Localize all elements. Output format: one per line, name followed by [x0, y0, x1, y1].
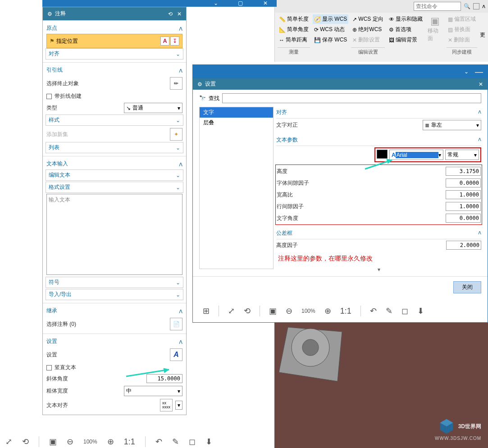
- tolerance-section-head[interactable]: 公差框ʌ: [276, 228, 481, 239]
- style-select[interactable]: 常规 ▾: [445, 150, 479, 160]
- type-select[interactable]: ↘ 普通 ▾: [124, 103, 182, 113]
- text-input-area[interactable]: 输入文本: [46, 194, 182, 275]
- chevron-up-icon[interactable]: ʌ: [482, 3, 485, 9]
- import-export-dropdown[interactable]: 导入/导出 ⌄: [46, 289, 183, 300]
- axis-icon[interactable]: ↧: [170, 37, 179, 46]
- chevron-down-icon[interactable]: ⌄: [464, 69, 469, 75]
- absolute-wcs[interactable]: ⊕绝对WCS: [351, 25, 384, 34]
- align-dropdown-chev[interactable]: ▾: [175, 401, 182, 410]
- justify-select[interactable]: ≣ 靠左 ▾: [423, 120, 481, 130]
- crop-icon[interactable]: ▣: [269, 306, 277, 316]
- download-icon[interactable]: ⬇: [417, 306, 424, 316]
- maximize-icon[interactable]: ▢: [238, 0, 243, 6]
- break-checkbox[interactable]: [46, 94, 52, 99]
- simple-distance[interactable]: ↔简单距离: [278, 35, 310, 45]
- close-icon[interactable]: ✕: [177, 11, 182, 17]
- search-icon[interactable]: 🔍: [464, 3, 470, 9]
- gap-input[interactable]: [446, 178, 481, 187]
- zoom-in-icon[interactable]: ⊕: [107, 437, 114, 447]
- text-a-icon[interactable]: A: [160, 37, 169, 46]
- one-to-one-icon[interactable]: 1:1: [340, 306, 351, 316]
- find-input[interactable]: [222, 93, 481, 103]
- settings-label: 设置: [46, 351, 57, 359]
- expand-icon[interactable]: ⤢: [5, 437, 12, 447]
- preferences[interactable]: ⚙首选项: [388, 25, 424, 34]
- height-factor-input[interactable]: [446, 241, 481, 250]
- wcs-orient[interactable]: ↗WCS 定向: [351, 14, 384, 24]
- expand-icon[interactable]: ⤢: [228, 306, 235, 316]
- specify-position-row[interactable]: ⚑ 指定位置 A ↧: [46, 34, 182, 48]
- pick-icon[interactable]: ✏: [170, 77, 182, 90]
- command-search-input[interactable]: [414, 2, 461, 11]
- align-left-icon: ≣: [425, 122, 429, 128]
- angle-input[interactable]: [446, 214, 481, 223]
- close-icon[interactable]: ✕: [263, 0, 268, 6]
- bold-width-select[interactable]: 中 ▾: [124, 386, 182, 396]
- crop2-icon[interactable]: ◻: [401, 306, 408, 316]
- vertical-text-checkbox[interactable]: [46, 365, 52, 370]
- edit-background[interactable]: 🖼编辑背景: [388, 35, 424, 45]
- format-dropdown[interactable]: 格式设置 ⌄: [46, 182, 183, 193]
- add-set-icon[interactable]: ✦: [170, 128, 182, 141]
- height-input[interactable]: [446, 167, 481, 176]
- close-button[interactable]: 关闭: [453, 281, 481, 293]
- category-tree[interactable]: 文字 层叠: [199, 107, 274, 269]
- zoom-out-icon[interactable]: ⊖: [67, 437, 73, 447]
- layout-icon[interactable]: [473, 3, 479, 9]
- aspect-input[interactable]: [446, 190, 481, 199]
- origin-section-head[interactable]: 原点 ʌ: [46, 23, 182, 34]
- chevron-down-icon[interactable]: ⌄: [214, 0, 218, 6]
- simple-length[interactable]: 📏简单长度: [278, 14, 310, 24]
- inherit-section-head[interactable]: 继承 ʌ: [46, 305, 182, 316]
- arrow-glyph-icon: ↘: [126, 105, 131, 111]
- linegap-input[interactable]: [446, 202, 481, 211]
- expand-arrow-icon[interactable]: ▾: [276, 266, 481, 273]
- chevron-down-icon: ⌄: [176, 117, 180, 123]
- annotation-panel-title[interactable]: ⚙ 注释 ⟲ ✕: [43, 7, 186, 20]
- close-icon[interactable]: ✕: [479, 81, 483, 87]
- style-dropdown[interactable]: 样式 ⌄: [46, 114, 183, 126]
- list-dropdown[interactable]: 列表 ⌄: [46, 142, 183, 153]
- symbol-dropdown[interactable]: 符号 ⌄: [46, 277, 183, 288]
- color-swatch[interactable]: [377, 150, 388, 159]
- save-wcs[interactable]: 💾保存 WCS: [313, 35, 348, 45]
- undo-icon[interactable]: ↶: [155, 437, 162, 447]
- chevron-down-icon: ⌄: [176, 145, 180, 151]
- settings-section-head[interactable]: 设置 ʌ: [46, 336, 182, 347]
- guide-section-head[interactable]: 引引线 ʌ: [46, 64, 182, 76]
- zoom-level[interactable]: 100%: [301, 308, 315, 314]
- edit-icon[interactable]: ✎: [386, 306, 392, 316]
- edit-text-dropdown[interactable]: 编辑文本 ⌄: [46, 169, 183, 181]
- download-icon[interactable]: ⬇: [205, 437, 212, 447]
- tree-item-text[interactable]: 文字: [200, 107, 273, 118]
- undo-icon[interactable]: ↶: [370, 306, 377, 316]
- show-hide[interactable]: 👁显示和隐藏: [388, 14, 424, 24]
- tree-item-layer[interactable]: 层叠: [200, 118, 273, 128]
- simple-angle[interactable]: 📐简单角度: [278, 25, 310, 34]
- crop-icon[interactable]: ▣: [49, 437, 57, 447]
- zoom-level-2[interactable]: 100%: [83, 439, 97, 445]
- align-dropdown[interactable]: 对齐 ⌄: [46, 48, 183, 59]
- zoom-out-icon[interactable]: ⊖: [286, 306, 292, 316]
- refresh-icon[interactable]: ⟲: [168, 11, 173, 17]
- rotate-icon[interactable]: ⟲: [22, 437, 29, 447]
- 3d-viewport[interactable]: 3D世界网 WWW.3DSJW.COM: [274, 323, 488, 448]
- text-align-icon[interactable]: xxxxxx: [160, 399, 173, 411]
- settings-a-icon[interactable]: A: [170, 348, 182, 361]
- more-label[interactable]: 更: [480, 31, 485, 39]
- edit-icon[interactable]: ✎: [172, 437, 179, 447]
- grid-icon[interactable]: ⊞: [203, 306, 210, 316]
- zoom-in-icon[interactable]: ⊕: [324, 306, 331, 316]
- wcs-dynamic[interactable]: ⟳WCS 动态: [313, 25, 348, 34]
- crop2-icon[interactable]: ◻: [189, 437, 196, 447]
- align-section-head[interactable]: 对齐ʌ: [276, 107, 481, 119]
- text-params-section-head[interactable]: 文本参数ʌ: [276, 134, 481, 146]
- text-input-section-head[interactable]: 文本输入 ʌ: [46, 158, 182, 169]
- show-wcs[interactable]: 🧭显示 WCS: [313, 14, 348, 24]
- minimize-icon[interactable]: —: [475, 67, 483, 77]
- one-to-one-icon[interactable]: 1:1: [124, 437, 135, 447]
- note-icon[interactable]: 📄: [170, 318, 182, 330]
- rotate-icon[interactable]: ⟲: [244, 306, 251, 316]
- svg-point-2: [302, 339, 319, 356]
- window-titlebar[interactable]: ⌄ —: [193, 65, 488, 78]
